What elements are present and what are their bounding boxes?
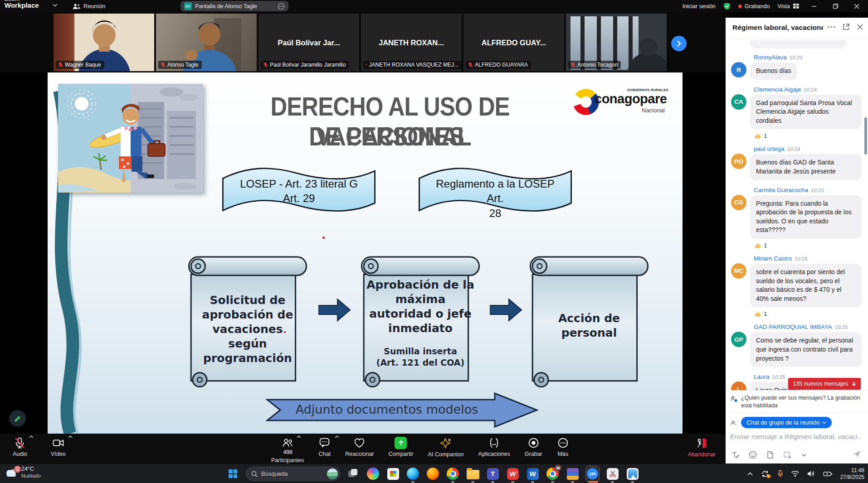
teams-button[interactable]: T: [486, 467, 500, 481]
chrome-button[interactable]: [446, 467, 460, 481]
reaction-chip[interactable]: 1: [755, 242, 862, 249]
maximize-button[interactable]: [829, 0, 842, 12]
attach-file-icon[interactable]: [766, 451, 774, 459]
reaction-count: 1: [764, 310, 767, 317]
sender-name[interactable]: Carmita Guiracocha: [754, 187, 808, 193]
mic-muted-icon: [14, 437, 26, 449]
record-button[interactable]: Grabar: [525, 434, 542, 457]
new-messages-badge[interactable]: 135 nuevos mensajes: [788, 378, 861, 390]
sender-name[interactable]: Laura: [754, 373, 770, 380]
video-tile-paul[interactable]: Paúl Bolívar Jar... Paúl Bolívar Jaramil…: [258, 14, 359, 71]
word-button[interactable]: W: [526, 467, 540, 481]
sender-name[interactable]: Clemencia Aigaje: [754, 86, 801, 93]
screenshot-icon[interactable]: [783, 451, 792, 459]
video-tile-janeth[interactable]: JANETH ROXAN... JANETH ROXANA VASQUEZ ME…: [361, 14, 462, 71]
tab-screen-share[interactable]: AT Pantalla de Alonso Tagle: [180, 1, 288, 11]
logo-bottom-text: Nacional: [642, 107, 665, 114]
popout-icon[interactable]: [842, 23, 850, 31]
chrome-profile-button[interactable]: W: [546, 467, 560, 481]
apps-button[interactable]: Aplicaciones: [478, 434, 510, 457]
chat-header: Régimen laboral, vacaciones, lice...: [726, 18, 868, 39]
search-daily-image[interactable]: [327, 469, 338, 479]
video-tile-antonio[interactable]: Antonio Tocagon: [566, 14, 667, 71]
weather-widget[interactable]: 2 24°C Nublado: [5, 466, 41, 479]
chat-message-input[interactable]: [729, 432, 863, 441]
wifi-icon[interactable]: [791, 470, 800, 477]
tab-meeting[interactable]: Reunión: [73, 0, 105, 12]
format-text-icon[interactable]: [731, 451, 739, 459]
winrar-button[interactable]: [566, 467, 580, 481]
snipping-tool-button[interactable]: [605, 467, 619, 481]
emoji-icon[interactable]: [749, 451, 757, 459]
video-button[interactable]: Vídeo: [51, 434, 66, 457]
participant-name: Wagner Baque: [65, 62, 101, 68]
chat-message-list[interactable]: R RonnyAlava10:23 Buenos días CA Clemenc…: [731, 40, 862, 391]
tray-chevron-up-icon[interactable]: [747, 472, 753, 476]
reaction-chip[interactable]: 1: [755, 310, 862, 317]
chat-button[interactable]: Chat: [318, 434, 331, 457]
firefox-button[interactable]: [426, 467, 440, 481]
chat-scrollbar[interactable]: [864, 117, 867, 155]
mic-in-use-icon[interactable]: [777, 470, 783, 478]
zoom-app-button[interactable]: zm: [585, 467, 600, 481]
recording-indicator[interactable]: Grabando: [738, 3, 770, 10]
next-participants-button[interactable]: [671, 36, 687, 51]
react-button[interactable]: Reaccionar: [345, 434, 374, 457]
apps-icon: [488, 437, 500, 449]
scroll1-text: Solicitud de aprobación de vacaciones se…: [193, 293, 302, 366]
weather-temp: 24°C: [21, 466, 41, 473]
battery-icon[interactable]: [823, 471, 833, 477]
reaction-chip[interactable]: 1: [755, 132, 862, 139]
chevron-down-icon[interactable]: [801, 454, 806, 457]
sender-name[interactable]: RonnyAlava: [754, 54, 787, 61]
more-ellipsis-icon[interactable]: [827, 26, 835, 28]
minimize-button[interactable]: [807, 0, 821, 12]
close-icon[interactable]: [850, 0, 863, 12]
clock[interactable]: 11:48 27/8/2025: [840, 467, 864, 481]
edge-button[interactable]: [406, 467, 420, 481]
avatar: CG: [731, 195, 746, 210]
audio-button[interactable]: Audio: [13, 434, 27, 457]
avatar: PO: [731, 154, 746, 169]
annotation-pencil-button[interactable]: [9, 410, 26, 427]
timestamp: 10:25: [772, 374, 785, 380]
sender-name[interactable]: Miriam Castro: [754, 255, 792, 262]
ellipsis-icon[interactable]: [278, 3, 285, 10]
chevron-up-icon[interactable]: [68, 435, 73, 438]
chevron-up-icon[interactable]: [335, 435, 339, 438]
shield-check-icon[interactable]: [723, 2, 731, 10]
arrow-down-icon: [852, 381, 856, 386]
photos-button[interactable]: [625, 467, 639, 481]
share-button[interactable]: Compartir: [389, 434, 414, 457]
volume-icon[interactable]: [807, 470, 815, 477]
sparkle-icon: [439, 437, 452, 449]
sign-in-button[interactable]: Iniciar sesión: [683, 3, 716, 10]
chevron-down-icon[interactable]: [53, 4, 58, 7]
leave-button[interactable]: Abandonar: [688, 437, 716, 458]
more-button[interactable]: Más: [557, 434, 569, 457]
ai-companion-button[interactable]: AI Companion: [428, 434, 463, 458]
chevron-up-icon[interactable]: [297, 435, 301, 438]
search-box[interactable]: Búsqueda: [246, 467, 340, 481]
send-button[interactable]: [852, 449, 862, 459]
video-tile-alfredo[interactable]: ALFREDO GUAY... ALFREDO GUAYARA: [463, 14, 564, 71]
view-button[interactable]: Vista: [777, 3, 800, 10]
sender-name[interactable]: GAD PARROQUIAL IMBAYA: [754, 324, 832, 330]
start-button[interactable]: [226, 467, 240, 481]
copilot-button[interactable]: [366, 467, 380, 481]
grid-view-icon: [793, 3, 800, 9]
date: 27/8/2025: [840, 474, 864, 480]
wps-button[interactable]: W: [506, 467, 520, 481]
video-tile-alonso[interactable]: Alonso Tagle: [156, 14, 257, 71]
sender-name[interactable]: paul ortega: [754, 145, 785, 152]
chevron-up-icon[interactable]: [29, 435, 34, 438]
recipient-dropdown[interactable]: Chat de grupo de la reunión: [741, 417, 832, 428]
logo-brand-text: conagopare: [595, 92, 667, 106]
video-tile-wagner[interactable]: Wagner Baque: [54, 14, 154, 71]
microsoft-store-button[interactable]: [386, 467, 400, 481]
file-explorer-button[interactable]: [466, 467, 480, 481]
sync-status-icon[interactable]: [761, 470, 770, 478]
task-view-button[interactable]: [346, 467, 360, 481]
close-icon[interactable]: [857, 24, 863, 30]
participants-button[interactable]: 498 Participantes: [271, 434, 304, 464]
